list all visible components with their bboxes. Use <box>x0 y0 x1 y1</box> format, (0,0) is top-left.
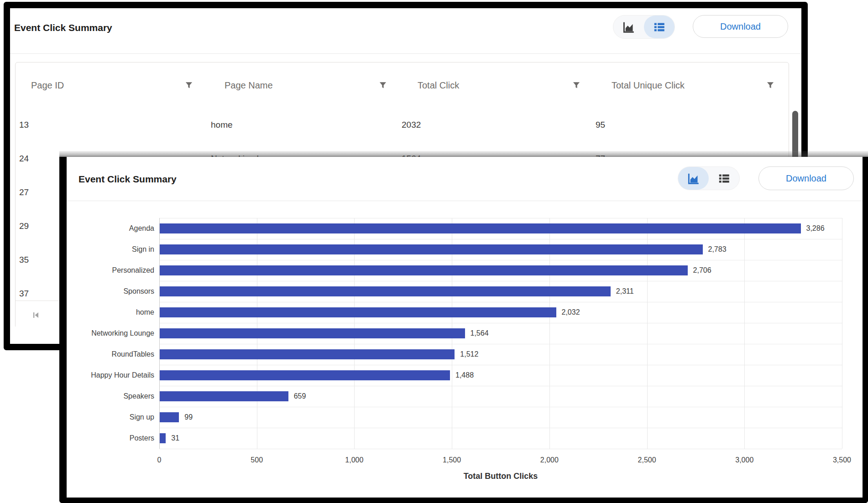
cell-total-unique-click: 95 <box>596 119 605 130</box>
x-tick-label: 3,500 <box>824 455 860 465</box>
cell-page-name: home <box>211 119 233 130</box>
gridline-horizontal <box>159 323 842 323</box>
gridline-horizontal <box>159 239 842 239</box>
foreground-window: Event Click Summary <box>59 157 868 503</box>
bar-agenda[interactable] <box>160 223 801 233</box>
x-tick-label: 1,000 <box>336 455 372 465</box>
table-row[interactable]: 13home203295 <box>16 108 789 142</box>
value-label-speakers: 659 <box>294 391 306 402</box>
category-label-agenda: Agenda <box>67 223 154 234</box>
value-label-happy-hour-details: 1,488 <box>455 370 474 381</box>
value-label-roundtables: 1,512 <box>460 349 478 360</box>
cell-page-id: 35 <box>19 254 29 265</box>
cell-page-id: 29 <box>19 221 29 232</box>
column-header-total-unique-click[interactable]: Total Unique Click <box>612 79 685 91</box>
gridline-horizontal <box>159 281 842 281</box>
value-label-sign-up: 99 <box>184 412 193 423</box>
column-header-page-name[interactable]: Page Name <box>225 79 273 91</box>
gridline-horizontal <box>159 407 842 407</box>
download-button-label: Download <box>720 21 761 32</box>
gridline-horizontal <box>159 428 842 428</box>
bar-networking-lounge[interactable] <box>160 328 465 338</box>
x-axis-title: Total Button Clicks <box>387 472 615 481</box>
filter-icon[interactable] <box>766 81 775 90</box>
view-toggle <box>613 15 675 39</box>
chart-view-button[interactable] <box>613 16 644 38</box>
category-label-sign-up: Sign up <box>67 412 154 423</box>
value-label-networking-lounge: 1,564 <box>471 328 489 339</box>
gridline-vertical <box>842 218 842 449</box>
value-label-sign-in: 2,783 <box>708 244 727 255</box>
value-label-posters: 31 <box>171 433 179 444</box>
gridline-horizontal <box>159 344 842 344</box>
filter-icon[interactable] <box>572 81 581 90</box>
bar-sponsors[interactable] <box>160 286 611 296</box>
first-page-button[interactable] <box>31 311 41 320</box>
gridline-horizontal <box>159 449 842 449</box>
cell-page-id: 27 <box>19 187 29 198</box>
category-label-posters: Posters <box>67 433 154 444</box>
gridline-horizontal <box>159 218 842 218</box>
category-label-sponsors: Sponsors <box>67 286 154 297</box>
x-tick-label: 1,500 <box>434 455 470 465</box>
category-label-sign-in: Sign in <box>67 244 154 255</box>
category-label-roundtables: RoundTables <box>67 349 154 360</box>
list-icon <box>653 21 665 33</box>
table-header-row: Page IDPage NameTotal ClickTotal Unique … <box>16 62 789 109</box>
gridline-horizontal <box>159 302 842 302</box>
list-view-button[interactable] <box>644 16 675 38</box>
gridline-horizontal <box>159 365 842 365</box>
bar-chart: 05001,0001,5002,0002,5003,0003,500Agenda… <box>67 157 863 498</box>
bar-sign-up[interactable] <box>160 412 179 422</box>
bar-roundtables[interactable] <box>160 349 455 359</box>
cell-page-id: 24 <box>19 153 29 164</box>
bar-speakers[interactable] <box>160 391 288 401</box>
page-title: Event Click Summary <box>14 22 112 34</box>
x-tick-label: 2,000 <box>531 455 568 465</box>
bar-sign-in[interactable] <box>160 244 703 254</box>
x-tick-label: 3,000 <box>726 455 763 465</box>
value-label-home: 2,032 <box>562 307 580 318</box>
bar-home[interactable] <box>160 307 556 317</box>
x-tick-label: 500 <box>239 455 275 465</box>
value-label-agenda: 3,286 <box>806 223 825 234</box>
category-label-home: home <box>67 307 154 318</box>
bar-happy-hour-details[interactable] <box>160 370 450 380</box>
category-label-personalized: Personalized <box>67 265 154 276</box>
column-header-total-click[interactable]: Total Click <box>418 79 459 91</box>
column-header-page-id[interactable]: Page ID <box>31 79 64 91</box>
screenshot-canvas: Event Click Summary <box>0 0 868 503</box>
window-drop-shadow <box>59 151 868 157</box>
category-label-speakers: Speakers <box>67 391 154 402</box>
bar-posters[interactable] <box>160 433 166 443</box>
cell-page-id: 37 <box>19 288 29 299</box>
area-chart-icon <box>622 21 635 33</box>
header-divider <box>10 53 801 54</box>
filter-icon[interactable] <box>378 81 387 90</box>
gridline-horizontal <box>159 260 842 260</box>
bar-personalized[interactable] <box>160 265 688 275</box>
value-label-personalized: 2,706 <box>693 265 711 276</box>
gridline-horizontal <box>159 386 842 386</box>
filter-icon[interactable] <box>184 81 193 90</box>
cell-total-click: 2032 <box>402 119 421 130</box>
cell-page-id: 13 <box>19 119 29 130</box>
download-button[interactable]: Download <box>693 15 788 38</box>
value-label-sponsors: 2,311 <box>616 286 634 297</box>
gridline-vertical <box>744 218 745 449</box>
category-label-networking-lounge: Networking Lounge <box>67 328 154 339</box>
category-label-happy-hour-details: Happy Hour Details <box>67 370 154 381</box>
x-tick-label: 2,500 <box>629 455 665 465</box>
x-tick-label: 0 <box>141 455 178 465</box>
